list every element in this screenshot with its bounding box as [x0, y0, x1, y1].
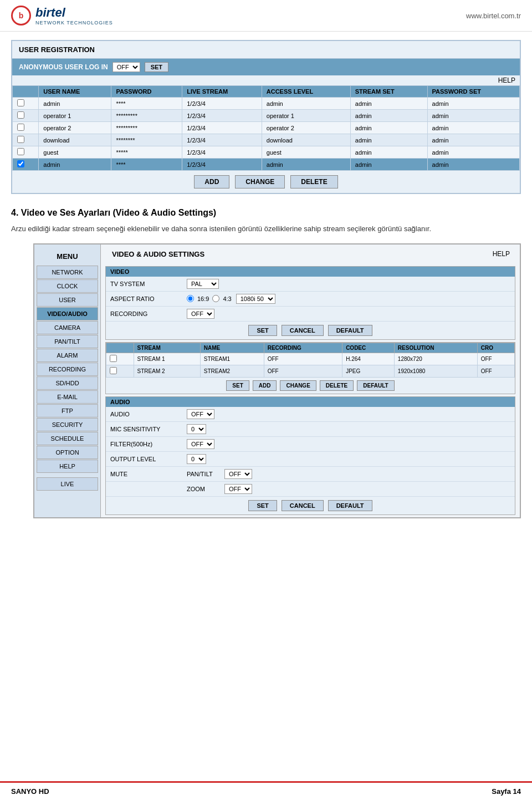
sidebar-item-ftp[interactable]: FTP: [37, 404, 98, 417]
stream-actions: SET ADD CHANGE DELETE DEFAULT: [106, 378, 515, 394]
video-title: VIDEO: [106, 267, 515, 277]
stream-row-codec: JPEG: [342, 365, 395, 377]
aspect-16-9-radio[interactable]: [187, 295, 194, 302]
row-check[interactable]: [13, 146, 39, 159]
row-passset: admin: [427, 110, 519, 122]
audio-set-button[interactable]: SET: [248, 500, 277, 511]
row-check[interactable]: [13, 122, 39, 134]
stream-set-button[interactable]: SET: [226, 380, 249, 391]
col-livestream: LIVE STREAM: [182, 86, 262, 98]
main-content: VIDEO & AUDIO SETTINGS HELP VIDEO TV SYS…: [101, 244, 520, 517]
mute-zoom-select[interactable]: OFF ON: [224, 484, 252, 494]
col-passset: PASSWORD SET: [427, 86, 519, 98]
sidebar-menu: MENU NETWORKCLOCKUSERVIDEO/AUDIOCAMERAPA…: [34, 244, 101, 517]
stream-default-button[interactable]: DEFAULT: [357, 380, 394, 391]
sidebar-item-e-mail[interactable]: E-MAIL: [37, 390, 98, 404]
content-header: VIDEO & AUDIO SETTINGS HELP: [101, 244, 520, 264]
sidebar-item-alarm[interactable]: ALARM: [37, 349, 98, 362]
stream-table-row[interactable]: STREAM 1 STREAM1 OFF H.264 1280x720 OFF: [106, 353, 515, 365]
sidebar-item-sd-hdd[interactable]: SD/HDD: [37, 376, 98, 390]
recording-select[interactable]: OFF ON: [187, 309, 214, 319]
brand-subtitle: NETWORK TECHNOLOGIES: [35, 20, 113, 26]
row-passset: admin: [427, 122, 519, 134]
row-check[interactable]: [13, 98, 39, 110]
sidebar-item-schedule[interactable]: SCHEDULE: [37, 432, 98, 445]
sidebar-item-user[interactable]: USER: [37, 293, 98, 307]
stream-row-resolution: 1280x720: [394, 353, 477, 365]
body-text-section: 4. Video ve Ses Ayarları (Video & Audio …: [11, 208, 521, 235]
mic-sensitivity-select[interactable]: 0 1 2 3: [187, 424, 206, 434]
user-reg-help[interactable]: HELP: [12, 75, 520, 85]
row-streamset: admin: [350, 159, 427, 171]
video-set-button[interactable]: SET: [248, 325, 277, 336]
user-table-row[interactable]: guest ***** 1/2/3/4 guest admin admin: [13, 146, 520, 159]
user-table-row[interactable]: operator 1 ********* 1/2/3/4 operator 1 …: [13, 110, 520, 122]
row-access: admin: [262, 159, 350, 171]
video-cancel-button[interactable]: CANCEL: [282, 325, 324, 336]
video-default-button[interactable]: DEFAULT: [328, 325, 372, 336]
user-table-row[interactable]: admin **** 1/2/3/4 admin admin admin: [13, 159, 520, 171]
row-check[interactable]: [13, 110, 39, 122]
logo-text: birtel NETWORK TECHNOLOGIES: [35, 6, 113, 26]
footer-left: SANYO HD: [11, 787, 49, 796]
row-check[interactable]: [13, 159, 39, 171]
row-access: admin: [262, 98, 350, 110]
stream-add-button[interactable]: ADD: [253, 380, 277, 391]
user-table-row[interactable]: download ******** 1/2/3/4 download admin…: [13, 134, 520, 146]
stream-col-name: NAME: [200, 343, 264, 353]
sidebar-item-security[interactable]: SECURITY: [37, 418, 98, 431]
sidebar-item-help[interactable]: HELP: [37, 460, 98, 473]
sidebar-item-live[interactable]: LIVE: [37, 477, 98, 491]
stream-row-recording: OFF: [264, 365, 342, 377]
user-table-row[interactable]: admin **** 1/2/3/4 admin admin admin: [13, 98, 520, 110]
stream-change-button[interactable]: CHANGE: [280, 380, 316, 391]
mute-pantilt-select[interactable]: OFF ON: [224, 469, 252, 479]
row-streamset: admin: [350, 146, 427, 159]
row-password: ****: [111, 159, 182, 171]
row-stream: 1/2/3/4: [182, 134, 262, 146]
tv-system-select[interactable]: PAL NTSC: [187, 279, 219, 289]
aspect-4-3-radio[interactable]: [212, 295, 219, 302]
stream-row-recording: OFF: [264, 353, 342, 365]
stream-row-check[interactable]: [106, 353, 134, 365]
recording-label: RECORDING: [110, 310, 182, 317]
audio-default-button[interactable]: DEFAULT: [328, 500, 372, 511]
user-registration-box: USER REGISTRATION ANONYMOUS USER LOG IN …: [11, 40, 521, 194]
user-table-row[interactable]: operator 2 ********* 1/2/3/4 operator 2 …: [13, 122, 520, 134]
stream-delete-button[interactable]: DELETE: [320, 380, 354, 391]
mic-sensitivity-row: MIC SENSITIVITY 0 1 2 3: [106, 422, 515, 437]
mute-pantilt-label: PAN/TILT: [187, 471, 220, 477]
add-user-button[interactable]: ADD: [194, 175, 229, 188]
stream-row-check[interactable]: [106, 365, 134, 377]
sidebar-item-camera[interactable]: CAMERA: [37, 321, 98, 334]
stream-table-row[interactable]: STREAM 2 STREAM2 OFF JPEG 1920x1080 OFF: [106, 365, 515, 377]
sidebar-item-option[interactable]: OPTION: [37, 446, 98, 459]
anon-select[interactable]: OFF ON: [112, 62, 140, 72]
sidebar-item-pan-tilt[interactable]: PAN/TILT: [37, 335, 98, 348]
resolution-select[interactable]: 1080i 50 1080i 60 720p 50 720p 60: [236, 294, 275, 304]
sidebar-item-clock[interactable]: CLOCK: [37, 279, 98, 293]
stream-col-recording: RECORDING: [264, 343, 342, 353]
change-user-button[interactable]: CHANGE: [235, 175, 285, 188]
output-level-select[interactable]: 0 1 2: [187, 454, 206, 464]
sidebar-item-recording[interactable]: RECORDING: [37, 363, 98, 376]
filter-select[interactable]: OFF ON: [187, 439, 214, 449]
row-access: operator 2: [262, 122, 350, 134]
row-check[interactable]: [13, 134, 39, 146]
row-passset: admin: [427, 98, 519, 110]
website-url: www.birtel.com.tr: [466, 12, 521, 20]
delete-user-button[interactable]: DELETE: [290, 175, 337, 188]
row-password: *********: [111, 122, 182, 134]
audio-actions: SET CANCEL DEFAULT: [106, 497, 515, 514]
row-password: ********: [111, 134, 182, 146]
row-username: admin: [39, 159, 111, 171]
stream-table: STREAM NAME RECORDING CODEC RESOLUTION C…: [106, 343, 515, 378]
audio-cancel-button[interactable]: CANCEL: [282, 500, 324, 511]
stream-row-cro: OFF: [477, 365, 514, 377]
panel-help[interactable]: HELP: [488, 249, 514, 259]
anon-set-button[interactable]: SET: [145, 62, 168, 72]
audio-select[interactable]: OFF ON: [187, 409, 214, 419]
sidebar-item-network[interactable]: NETWORK: [37, 266, 98, 279]
sidebar-item-video-audio[interactable]: VIDEO/AUDIO: [37, 307, 98, 320]
stream-col-stream: STREAM: [134, 343, 200, 353]
